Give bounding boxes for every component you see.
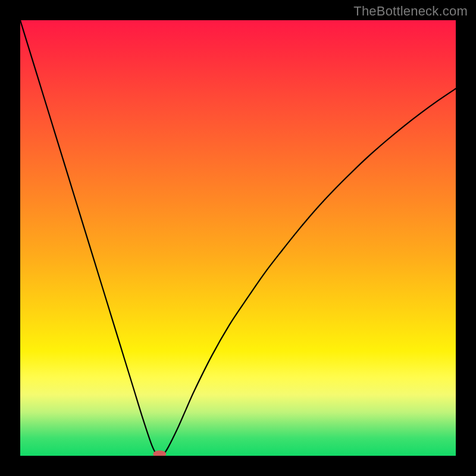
bottleneck-curve-svg [20, 20, 456, 456]
chart-frame: TheBottleneck.com [0, 0, 476, 476]
bottleneck-curve [20, 20, 456, 456]
plot-area [20, 20, 456, 456]
watermark-text: TheBottleneck.com [353, 4, 468, 19]
